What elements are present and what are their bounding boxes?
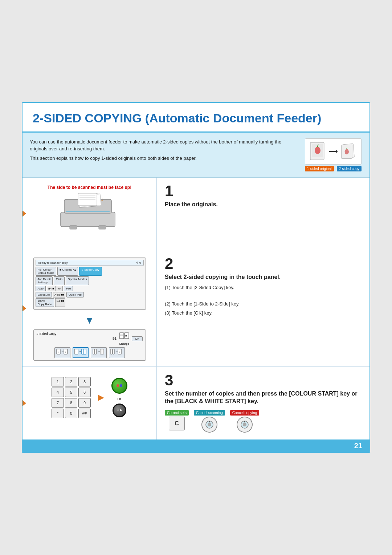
key-0[interactable]: 0 [65, 409, 77, 418]
page-title: 2-SIDED COPYING (Automatic Document Feed… [33, 111, 359, 126]
or-text: or [117, 396, 122, 401]
job-detail-btn[interactable]: Job DetailSettings [36, 276, 53, 285]
key-5[interactable]: 5 [65, 388, 77, 397]
intro-text-2: This section explains how to copy 1-side… [30, 155, 297, 162]
step-2-number: 2 [165, 256, 362, 271]
cancel-copying-label: Cancel copying [230, 410, 259, 416]
cancel-scan-icon [204, 420, 215, 430]
original-doc-icon [310, 142, 326, 161]
size-b4-2: B4 ■■ [55, 298, 65, 307]
keypad: 1 2 3 4 5 6 7 8 9 * 0 #/P [52, 377, 91, 418]
colour-mode-btn[interactable]: Full ColourColour Mode [36, 267, 57, 276]
sub-panel-title: 2-Sided Copy [37, 332, 57, 345]
bw-start-button[interactable] [113, 404, 126, 417]
original-label: 1-sided original [305, 166, 334, 171]
two-sided-copy-btn[interactable]: 2-Sided Copy [79, 267, 102, 276]
size-a4r: A4R ■■ [53, 292, 65, 297]
step-2-title: Select 2-sided copying in the touch pane… [165, 274, 362, 281]
mode-1-1-icon: 1 → 1 [56, 348, 69, 357]
steps-container: The side to be scanned must be face up! [23, 178, 369, 439]
svg-rect-37 [95, 349, 97, 354]
exposure-btn[interactable]: Exposure [36, 292, 52, 297]
mode-2-to-1[interactable]: → 1 [109, 347, 125, 358]
step-1-image-area: The side to be scanned must be face up! [29, 183, 150, 232]
step-2-instr-3: (3) Touch the [OK] key. [165, 309, 362, 317]
step-3-left: 1 2 3 4 5 6 7 8 9 * 0 #/P [23, 367, 157, 439]
key-4[interactable]: 4 [52, 388, 64, 397]
colour-dots [117, 384, 122, 387]
svg-text:↓: ↓ [101, 195, 104, 203]
step-2-row: Ready to scan for copy. ↺ 0 Full ColourC… [23, 250, 369, 367]
mode-1-to-1[interactable]: 1 → 1 [54, 347, 70, 358]
step-1-row: The side to be scanned must be face up! [23, 178, 369, 250]
key-2[interactable]: 2 [65, 377, 77, 386]
cancel-scanning-label: Cancel scanning [194, 410, 225, 416]
svg-text:→: → [97, 350, 100, 353]
auto-btn[interactable]: Auto [36, 286, 46, 291]
sub-panel-controls: B1 ■ Change [113, 332, 143, 345]
key-7[interactable]: 7 [52, 398, 64, 408]
key-8[interactable]: 8 [65, 398, 77, 408]
page-footer: 21 [23, 439, 369, 452]
plain-btn[interactable]: Plain [54, 276, 65, 285]
copy-doc-icon [341, 142, 357, 161]
key-hash[interactable]: #/P [78, 409, 91, 418]
key-1[interactable]: 1 [52, 377, 64, 386]
svg-rect-40 [102, 349, 104, 354]
panel-status-text: Ready to scan for copy. [38, 261, 68, 264]
duplex-icon: ■ [119, 332, 130, 342]
page-container: 2-SIDED COPYING (Automatic Document Feed… [22, 102, 370, 453]
mode-2-to-2[interactable]: → [91, 347, 107, 358]
panel-row-4: Exposure A4R ■■ Quick Pile [36, 292, 144, 297]
step-2-instr-1: (1) Touch the [2-Sided Copy] key. [165, 284, 362, 292]
mode-2-2-icon: → [92, 348, 105, 357]
cancel-scanning-group: Cancel scanning [194, 410, 225, 433]
correct-sets-key[interactable]: C [169, 417, 185, 430]
mode-2-1-icon: → 1 [110, 348, 124, 357]
svg-rect-39 [100, 349, 102, 354]
b1-control: ■ Change [119, 332, 130, 345]
svg-rect-41 [110, 349, 112, 354]
step-2-body: (1) Touch the [2-Sided Copy] key. (2) To… [165, 284, 362, 317]
colour-start-button[interactable] [111, 378, 127, 394]
svg-rect-19 [70, 226, 77, 229]
quick-pile-btn[interactable]: Quick Pile [66, 292, 84, 297]
cancel-scanning-key[interactable] [201, 417, 217, 433]
panel-icons: ↺ 0 [136, 261, 141, 264]
change-btn[interactable]: Change [119, 342, 129, 345]
size-a4: A4 [57, 286, 63, 291]
copy-ratio-btn[interactable]: 100%Copy Ratio [36, 298, 54, 307]
cancel-copying-group: Cancel copying [230, 410, 259, 433]
dot-white-2 [120, 409, 122, 411]
pile-btn[interactable]: Pile [64, 286, 73, 291]
keypad-area: 1 2 3 4 5 6 7 8 9 * 0 #/P [52, 377, 127, 418]
key-3[interactable]: 3 [78, 377, 91, 386]
step-3-image-area: 1 2 3 4 5 6 7 8 9 * 0 #/P [29, 373, 150, 418]
action-buttons: Correct sets C Cancel scanning [165, 410, 362, 433]
mode-1-to-2[interactable]: 1 → [73, 347, 89, 358]
panel-row-5: 100%Copy Ratio B4 ■■ [36, 298, 144, 307]
cancel-copying-key[interactable] [237, 417, 253, 433]
key-6[interactable]: 6 [78, 388, 91, 397]
step-3-row: 1 2 3 4 5 6 7 8 9 * 0 #/P [23, 367, 369, 439]
intro-section: You can use the automatic document feede… [23, 133, 369, 178]
svg-rect-20 [99, 226, 106, 229]
sub-panel-icons-row: 1 → 1 1 → [37, 347, 143, 358]
step-2-bullet [22, 305, 26, 312]
special-modes-btn[interactable]: Special Modes [66, 276, 89, 285]
step-2-image-area: Ready to scan for copy. ↺ 0 Full ColourC… [29, 256, 150, 361]
arrow-right-icon: ⟶ [328, 147, 338, 155]
copy-label: 2-sided copy [337, 166, 362, 171]
sub-panel: 2-Sided Copy B1 ■ [33, 329, 146, 361]
cancel-copy-icon [240, 420, 250, 430]
correct-sets-label: Correct sets [165, 410, 189, 416]
svg-point-47 [208, 423, 211, 426]
panel-row-2: Job DetailSettings Plain Special Modes [36, 276, 144, 285]
key-9[interactable]: 9 [78, 398, 91, 408]
key-star[interactable]: * [52, 409, 64, 418]
original-btn[interactable]: ■ Original A₁ [57, 267, 78, 276]
ok-btn[interactable]: OK [132, 336, 143, 341]
svg-rect-35 [84, 349, 86, 354]
copy-labels: 1-sided original 2-sided copy [305, 166, 362, 171]
mode-1-2-icon: 1 → [74, 348, 87, 357]
